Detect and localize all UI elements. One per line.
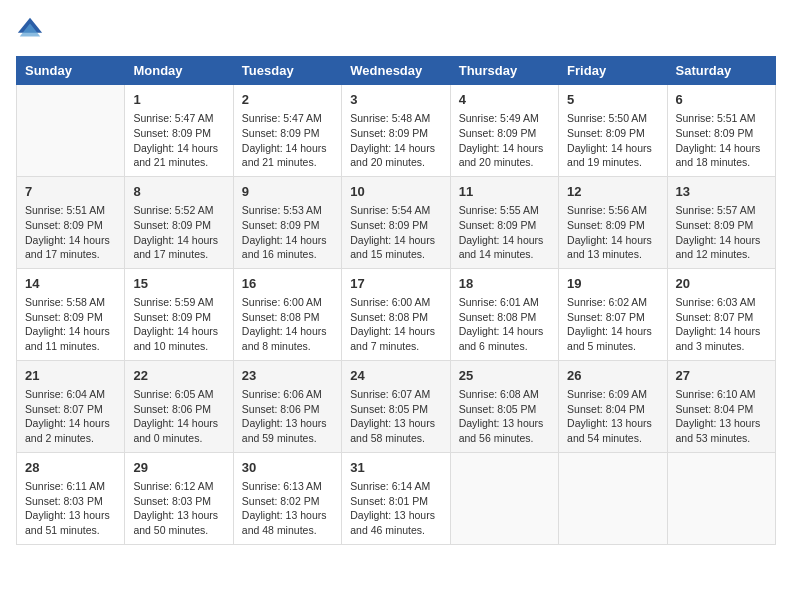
day-number: 31: [350, 459, 441, 477]
calendar-cell: 31Sunrise: 6:14 AM Sunset: 8:01 PM Dayli…: [342, 452, 450, 544]
day-info: Sunrise: 6:09 AM Sunset: 8:04 PM Dayligh…: [567, 387, 658, 446]
logo-icon: [16, 16, 44, 44]
calendar-cell: 1Sunrise: 5:47 AM Sunset: 8:09 PM Daylig…: [125, 85, 233, 177]
day-info: Sunrise: 5:58 AM Sunset: 8:09 PM Dayligh…: [25, 295, 116, 354]
weekday-header-monday: Monday: [125, 57, 233, 85]
calendar-cell: [17, 85, 125, 177]
calendar-table: SundayMondayTuesdayWednesdayThursdayFrid…: [16, 56, 776, 545]
day-info: Sunrise: 5:50 AM Sunset: 8:09 PM Dayligh…: [567, 111, 658, 170]
calendar-cell: 10Sunrise: 5:54 AM Sunset: 8:09 PM Dayli…: [342, 176, 450, 268]
day-info: Sunrise: 5:56 AM Sunset: 8:09 PM Dayligh…: [567, 203, 658, 262]
day-number: 29: [133, 459, 224, 477]
calendar-header: SundayMondayTuesdayWednesdayThursdayFrid…: [17, 57, 776, 85]
day-number: 19: [567, 275, 658, 293]
day-number: 1: [133, 91, 224, 109]
calendar-cell: 15Sunrise: 5:59 AM Sunset: 8:09 PM Dayli…: [125, 268, 233, 360]
calendar-cell: 4Sunrise: 5:49 AM Sunset: 8:09 PM Daylig…: [450, 85, 558, 177]
calendar-cell: 2Sunrise: 5:47 AM Sunset: 8:09 PM Daylig…: [233, 85, 341, 177]
weekday-header-row: SundayMondayTuesdayWednesdayThursdayFrid…: [17, 57, 776, 85]
calendar-cell: 14Sunrise: 5:58 AM Sunset: 8:09 PM Dayli…: [17, 268, 125, 360]
day-info: Sunrise: 5:53 AM Sunset: 8:09 PM Dayligh…: [242, 203, 333, 262]
day-info: Sunrise: 6:08 AM Sunset: 8:05 PM Dayligh…: [459, 387, 550, 446]
day-info: Sunrise: 5:51 AM Sunset: 8:09 PM Dayligh…: [676, 111, 767, 170]
weekday-header-saturday: Saturday: [667, 57, 775, 85]
calendar-cell: 12Sunrise: 5:56 AM Sunset: 8:09 PM Dayli…: [559, 176, 667, 268]
day-info: Sunrise: 6:11 AM Sunset: 8:03 PM Dayligh…: [25, 479, 116, 538]
calendar-cell: 23Sunrise: 6:06 AM Sunset: 8:06 PM Dayli…: [233, 360, 341, 452]
calendar-cell: 19Sunrise: 6:02 AM Sunset: 8:07 PM Dayli…: [559, 268, 667, 360]
day-number: 23: [242, 367, 333, 385]
day-number: 28: [25, 459, 116, 477]
calendar-cell: 24Sunrise: 6:07 AM Sunset: 8:05 PM Dayli…: [342, 360, 450, 452]
weekday-header-tuesday: Tuesday: [233, 57, 341, 85]
day-info: Sunrise: 5:57 AM Sunset: 8:09 PM Dayligh…: [676, 203, 767, 262]
calendar-cell: 20Sunrise: 6:03 AM Sunset: 8:07 PM Dayli…: [667, 268, 775, 360]
day-info: Sunrise: 6:02 AM Sunset: 8:07 PM Dayligh…: [567, 295, 658, 354]
day-number: 3: [350, 91, 441, 109]
day-number: 6: [676, 91, 767, 109]
calendar-cell: 22Sunrise: 6:05 AM Sunset: 8:06 PM Dayli…: [125, 360, 233, 452]
day-info: Sunrise: 5:59 AM Sunset: 8:09 PM Dayligh…: [133, 295, 224, 354]
calendar-week-row: 28Sunrise: 6:11 AM Sunset: 8:03 PM Dayli…: [17, 452, 776, 544]
day-number: 21: [25, 367, 116, 385]
day-number: 30: [242, 459, 333, 477]
day-number: 9: [242, 183, 333, 201]
day-info: Sunrise: 5:49 AM Sunset: 8:09 PM Dayligh…: [459, 111, 550, 170]
day-number: 8: [133, 183, 224, 201]
day-info: Sunrise: 6:01 AM Sunset: 8:08 PM Dayligh…: [459, 295, 550, 354]
calendar-cell: 9Sunrise: 5:53 AM Sunset: 8:09 PM Daylig…: [233, 176, 341, 268]
calendar-week-row: 1Sunrise: 5:47 AM Sunset: 8:09 PM Daylig…: [17, 85, 776, 177]
day-number: 27: [676, 367, 767, 385]
day-number: 10: [350, 183, 441, 201]
calendar-cell: 27Sunrise: 6:10 AM Sunset: 8:04 PM Dayli…: [667, 360, 775, 452]
page-header: [16, 16, 776, 44]
day-info: Sunrise: 6:14 AM Sunset: 8:01 PM Dayligh…: [350, 479, 441, 538]
day-info: Sunrise: 6:07 AM Sunset: 8:05 PM Dayligh…: [350, 387, 441, 446]
day-info: Sunrise: 5:47 AM Sunset: 8:09 PM Dayligh…: [242, 111, 333, 170]
day-number: 7: [25, 183, 116, 201]
calendar-week-row: 7Sunrise: 5:51 AM Sunset: 8:09 PM Daylig…: [17, 176, 776, 268]
calendar-body: 1Sunrise: 5:47 AM Sunset: 8:09 PM Daylig…: [17, 85, 776, 545]
calendar-cell: [559, 452, 667, 544]
calendar-cell: 16Sunrise: 6:00 AM Sunset: 8:08 PM Dayli…: [233, 268, 341, 360]
calendar-cell: 25Sunrise: 6:08 AM Sunset: 8:05 PM Dayli…: [450, 360, 558, 452]
day-info: Sunrise: 5:47 AM Sunset: 8:09 PM Dayligh…: [133, 111, 224, 170]
weekday-header-wednesday: Wednesday: [342, 57, 450, 85]
day-number: 22: [133, 367, 224, 385]
weekday-header-thursday: Thursday: [450, 57, 558, 85]
calendar-cell: 26Sunrise: 6:09 AM Sunset: 8:04 PM Dayli…: [559, 360, 667, 452]
day-number: 17: [350, 275, 441, 293]
day-number: 5: [567, 91, 658, 109]
day-number: 14: [25, 275, 116, 293]
day-info: Sunrise: 6:12 AM Sunset: 8:03 PM Dayligh…: [133, 479, 224, 538]
calendar-cell: 11Sunrise: 5:55 AM Sunset: 8:09 PM Dayli…: [450, 176, 558, 268]
day-info: Sunrise: 5:51 AM Sunset: 8:09 PM Dayligh…: [25, 203, 116, 262]
day-info: Sunrise: 6:00 AM Sunset: 8:08 PM Dayligh…: [242, 295, 333, 354]
day-number: 12: [567, 183, 658, 201]
logo: [16, 16, 48, 44]
day-number: 24: [350, 367, 441, 385]
day-info: Sunrise: 5:48 AM Sunset: 8:09 PM Dayligh…: [350, 111, 441, 170]
weekday-header-sunday: Sunday: [17, 57, 125, 85]
calendar-cell: 5Sunrise: 5:50 AM Sunset: 8:09 PM Daylig…: [559, 85, 667, 177]
calendar-cell: 30Sunrise: 6:13 AM Sunset: 8:02 PM Dayli…: [233, 452, 341, 544]
calendar-week-row: 14Sunrise: 5:58 AM Sunset: 8:09 PM Dayli…: [17, 268, 776, 360]
weekday-header-friday: Friday: [559, 57, 667, 85]
day-number: 18: [459, 275, 550, 293]
day-number: 25: [459, 367, 550, 385]
day-number: 20: [676, 275, 767, 293]
day-info: Sunrise: 5:52 AM Sunset: 8:09 PM Dayligh…: [133, 203, 224, 262]
day-info: Sunrise: 5:54 AM Sunset: 8:09 PM Dayligh…: [350, 203, 441, 262]
day-number: 11: [459, 183, 550, 201]
calendar-cell: 8Sunrise: 5:52 AM Sunset: 8:09 PM Daylig…: [125, 176, 233, 268]
day-number: 26: [567, 367, 658, 385]
calendar-cell: 13Sunrise: 5:57 AM Sunset: 8:09 PM Dayli…: [667, 176, 775, 268]
day-info: Sunrise: 6:03 AM Sunset: 8:07 PM Dayligh…: [676, 295, 767, 354]
calendar-cell: 6Sunrise: 5:51 AM Sunset: 8:09 PM Daylig…: [667, 85, 775, 177]
calendar-cell: 21Sunrise: 6:04 AM Sunset: 8:07 PM Dayli…: [17, 360, 125, 452]
day-number: 4: [459, 91, 550, 109]
calendar-cell: 17Sunrise: 6:00 AM Sunset: 8:08 PM Dayli…: [342, 268, 450, 360]
calendar-cell: 18Sunrise: 6:01 AM Sunset: 8:08 PM Dayli…: [450, 268, 558, 360]
day-number: 15: [133, 275, 224, 293]
calendar-cell: [667, 452, 775, 544]
